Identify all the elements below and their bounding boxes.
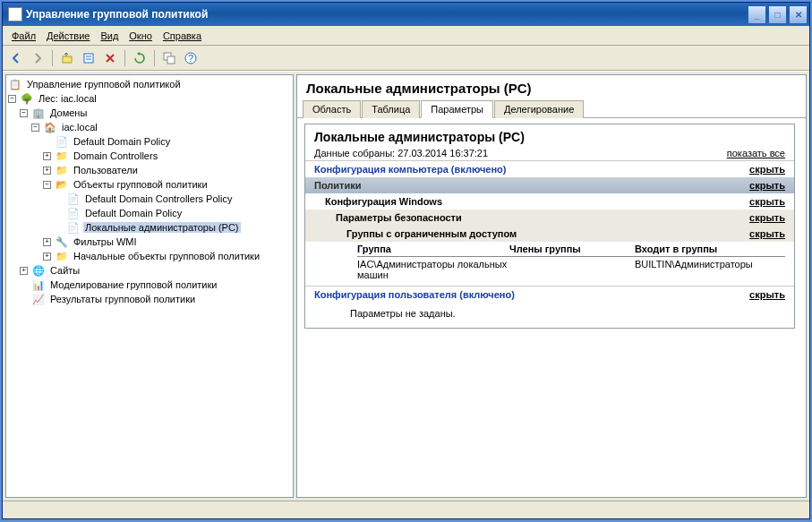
minimize-button[interactable]: _: [748, 5, 766, 24]
ou-icon: 📁: [55, 149, 69, 163]
expand-icon[interactable]: +: [43, 152, 51, 160]
band-computer-config[interactable]: Конфигурация компьютера (включено) скрыт…: [305, 160, 794, 177]
toolbar: ?: [3, 46, 809, 71]
tab-scope[interactable]: Область: [303, 100, 361, 118]
col-group: Группа: [357, 244, 509, 254]
tab-table[interactable]: Таблица: [362, 100, 420, 118]
sites-icon: 🌐: [31, 263, 46, 278]
detail-pane: Локальные администраторы (PC) Область Та…: [296, 74, 807, 498]
expand-icon[interactable]: +: [43, 167, 51, 175]
link-hide[interactable]: скрыть: [749, 289, 785, 300]
tree-domains[interactable]: −🏢Домены: [8, 106, 291, 120]
restricted-groups-table: Группа Члены группы Входит в группы IAC\…: [357, 244, 785, 280]
band-restricted-groups[interactable]: Группы с ограниченным доступом скрыть: [305, 226, 794, 242]
content-area: 📋Управление групповой политикой −🌳Лес: i…: [3, 71, 809, 501]
table-row: IAC\Администраторы локальных машин BUILT…: [357, 257, 785, 280]
col-members: Члены группы: [509, 244, 635, 254]
gpo-icon: 📄: [55, 134, 69, 149]
tree-modeling[interactable]: 📊Моделирование групповой политики: [8, 278, 291, 292]
domains-icon: 🏢: [31, 106, 46, 120]
svg-rect-1: [84, 54, 93, 63]
link-hide[interactable]: скрыть: [749, 196, 785, 207]
link-hide[interactable]: скрыть: [749, 180, 785, 191]
titlebar[interactable]: Управление групповой политикой _ □ ✕: [3, 3, 809, 26]
domain-icon: 🏠: [43, 120, 57, 134]
console-icon: 📋: [8, 77, 22, 91]
svg-text:?: ?: [188, 53, 193, 64]
detail-body: Локальные администраторы (PC) Данные соб…: [297, 118, 806, 497]
collapse-icon[interactable]: −: [20, 109, 28, 117]
cell-memberof: BUILTIN\Администраторы: [635, 259, 785, 280]
report-title: Локальные администраторы (PC): [314, 130, 785, 144]
svg-rect-5: [167, 56, 175, 64]
ou-icon: 📁: [55, 163, 69, 177]
menu-help[interactable]: Справка: [158, 29, 207, 43]
menu-file[interactable]: Файл: [6, 29, 41, 43]
properties-button[interactable]: [79, 48, 98, 68]
tree-results[interactable]: 📈Результаты групповой политики: [8, 292, 291, 306]
tree-users[interactable]: +📁Пользователи: [8, 163, 291, 177]
report-box: Локальные администраторы (PC) Данные соб…: [304, 124, 795, 329]
gpo-icon: 📄: [66, 192, 81, 206]
tab-delegation[interactable]: Делегирование: [494, 100, 584, 118]
link-hide[interactable]: скрыть: [749, 212, 785, 223]
help-button[interactable]: ?: [181, 48, 201, 68]
tree-initial[interactable]: +📁Начальные объекты групповой политики: [8, 249, 291, 263]
menu-action[interactable]: Действие: [41, 29, 95, 43]
link-hide[interactable]: скрыть: [749, 228, 785, 239]
expand-icon[interactable]: +: [43, 238, 51, 246]
up-button[interactable]: [57, 48, 77, 68]
gpmc-window: Управление групповой политикой _ □ ✕ Фай…: [2, 2, 810, 519]
tree-localadm[interactable]: 📄Локальные администраторы (PC): [8, 220, 291, 235]
gpo-icon: 📄: [66, 206, 81, 220]
tree-sites[interactable]: +🌐Сайты: [8, 263, 291, 278]
tree-domain[interactable]: −🏠iac.local: [8, 120, 291, 134]
tree-ddp2[interactable]: 📄Default Domain Policy: [8, 206, 291, 220]
link-hide[interactable]: скрыть: [749, 164, 785, 175]
collapse-icon[interactable]: −: [8, 95, 16, 103]
tree-forest[interactable]: −🌳Лес: iac.local: [8, 91, 291, 106]
refresh-button[interactable]: [130, 48, 150, 68]
band-windows-config[interactable]: Конфигурация Windows скрыть: [305, 193, 794, 210]
tree-pane[interactable]: 📋Управление групповой политикой −🌳Лес: i…: [5, 74, 294, 498]
folder-icon: 📁: [55, 249, 69, 263]
collapse-icon[interactable]: −: [43, 181, 51, 189]
tree-wmi[interactable]: +🔧Фильтры WMI: [8, 235, 291, 249]
band-user-config[interactable]: Конфигурация пользователя (включено) скр…: [305, 286, 794, 303]
app-icon: [8, 7, 22, 21]
tree-gpo-container[interactable]: −📂Объекты групповой политики: [8, 177, 291, 192]
menu-window[interactable]: Окно: [124, 29, 158, 43]
data-collected: Данные собраны: 27.03.2014 16:37:21: [314, 148, 488, 158]
gpo-icon: 📄: [66, 220, 81, 235]
back-button[interactable]: [6, 48, 26, 68]
band-security[interactable]: Параметры безопасности скрыть: [305, 210, 794, 226]
cell-group: IAC\Администраторы локальных машин: [357, 259, 509, 280]
detail-title: Локальные администраторы (PC): [297, 75, 806, 99]
tree-ddcp[interactable]: 📄Default Domain Controllers Policy: [8, 192, 291, 206]
menubar: Файл Действие Вид Окно Справка: [3, 26, 809, 46]
wmi-icon: 🔧: [55, 235, 69, 249]
window-button[interactable]: [159, 48, 179, 68]
tab-parameters[interactable]: Параметры: [421, 100, 493, 118]
cell-members: [509, 259, 635, 280]
collapse-icon[interactable]: −: [31, 124, 39, 132]
maximize-button[interactable]: □: [768, 5, 787, 24]
band-policies[interactable]: Политики скрыть: [305, 177, 794, 193]
results-icon: 📈: [31, 292, 46, 306]
close-button[interactable]: ✕: [789, 5, 808, 24]
link-show-all[interactable]: показать все: [727, 148, 785, 158]
folder-icon: 📂: [55, 177, 69, 192]
forest-icon: 🌳: [20, 91, 34, 106]
tree-ddp[interactable]: 📄Default Domain Policy: [8, 134, 291, 149]
window-title: Управление групповой политикой: [26, 8, 748, 21]
expand-icon[interactable]: +: [20, 267, 28, 275]
tree-root[interactable]: 📋Управление групповой политикой: [8, 77, 291, 91]
delete-button[interactable]: [100, 48, 120, 68]
svg-rect-0: [63, 56, 72, 63]
expand-icon[interactable]: +: [43, 252, 51, 261]
menu-view[interactable]: Вид: [95, 29, 124, 43]
no-settings-text: Параметры не заданы.: [305, 303, 794, 328]
forward-button[interactable]: [28, 48, 47, 68]
tree-dc[interactable]: +📁Domain Controllers: [8, 149, 291, 163]
modeling-icon: 📊: [31, 278, 46, 292]
